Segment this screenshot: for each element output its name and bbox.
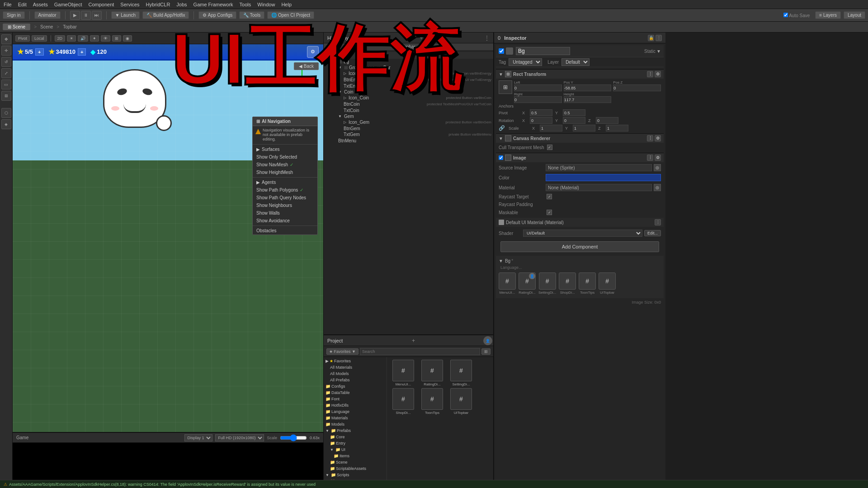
asset-settingdi[interactable]: # SettingDi... [448, 360, 475, 386]
gold-add-btn[interactable]: + [78, 48, 86, 56]
gem-item[interactable]: ▼ Gem [324, 113, 493, 119]
layers-button[interactable]: ≡ Layers [815, 11, 841, 19]
inspector-more-btn[interactable]: ⋮ [656, 35, 662, 41]
datatable-item[interactable]: 📁 DataTable [324, 389, 387, 396]
right-value-input[interactable] [514, 96, 562, 103]
image-settings-btn[interactable]: ⚙ [655, 155, 661, 161]
object-name-input[interactable] [516, 47, 570, 55]
layer-select[interactable]: Default [561, 58, 590, 66]
build-button[interactable]: 🔨 Build App/Hotfix [142, 11, 189, 19]
asset-uitopbar[interactable]: # UITopbar [448, 388, 475, 415]
project-tree[interactable]: ▶ ★ Favorites All Materials All Models A… [324, 357, 387, 485]
models-item[interactable]: 📁 Models [324, 421, 387, 427]
gizmo-toggle[interactable]: ◉ [123, 35, 132, 42]
scriptable-assets-item[interactable]: 📁 ScriptableAssets [324, 465, 387, 472]
pos-y-input[interactable] [564, 84, 612, 91]
anchor-icon-btn[interactable]: ⊞ [499, 80, 512, 94]
all-materials-item[interactable]: All Materials [324, 364, 387, 371]
btn-coin-item[interactable]: BtnCoin [324, 101, 425, 107]
maskable-checkbox[interactable]: ✓ [547, 210, 552, 215]
hierarchy-add-btn[interactable]: + [420, 35, 423, 41]
settings-gear-btn[interactable]: ⚙ [307, 46, 319, 58]
icon-energy-item[interactable]: ▷ Icon_Energy [324, 70, 440, 76]
custom-tool-2[interactable]: ◈ [1, 119, 11, 129]
scripts-item[interactable]: ▼ 📁 Scripts [324, 472, 387, 478]
material-more-btn[interactable]: ⋮ [655, 219, 661, 225]
asset-shopdi[interactable]: # ShopDi... [390, 388, 417, 415]
game-scale-slider[interactable] [280, 434, 307, 441]
lang-settingdi[interactable]: # SettingDi... [538, 272, 556, 295]
entry-item[interactable]: 📁 Entry [324, 440, 387, 446]
bg-hier-item[interactable]: ▼ ⊞ Bg [324, 59, 493, 65]
btn-gem-item[interactable]: BtnGem [324, 126, 493, 131]
nav-show-walls[interactable]: Show Walls [253, 209, 317, 217]
all-models-item[interactable]: All Models [324, 371, 387, 377]
menu-jobs[interactable]: Jobs [176, 2, 187, 7]
core-item[interactable]: 📁 Core [324, 434, 387, 440]
sign-in-button[interactable]: Sign in [3, 11, 25, 19]
nav-show-path-polygons[interactable]: Show Path Polygons ✓ [253, 186, 317, 194]
pivot-button[interactable]: Pivot [15, 35, 30, 42]
hp-add-btn[interactable]: + [35, 48, 43, 56]
step-button[interactable]: ⏭ [92, 11, 102, 20]
menu-services[interactable]: Services [120, 2, 139, 7]
custom-tool-1[interactable]: ⬡ [1, 108, 11, 118]
scale-tool[interactable]: ⤢ [1, 68, 11, 78]
add-component-button[interactable]: Add Component [500, 241, 659, 252]
image-more-btn[interactable]: ⋮ [647, 155, 653, 161]
scene-tab-btn[interactable]: ⊞ Scene [3, 23, 30, 30]
tag-select[interactable]: Untagged [509, 58, 542, 66]
project-search-input[interactable] [360, 348, 480, 355]
color-swatch[interactable] [546, 174, 661, 181]
rotate-tool[interactable]: ↺ [1, 57, 11, 67]
rot-y-input[interactable] [563, 117, 585, 124]
game-resolution-select[interactable]: Full HD (868x488) [215, 434, 264, 441]
scene-item[interactable]: 📁 Scene [324, 459, 387, 465]
icon-coin-item[interactable]: ▷ Icon_Coin [324, 95, 444, 101]
launch-button[interactable]: ▼ Launch [111, 11, 140, 19]
fx-toggle[interactable]: ✦ [90, 35, 99, 42]
menu-assets[interactable]: Assets [33, 2, 48, 7]
asset-menuui[interactable]: # MenuUI... [390, 360, 417, 386]
transform-tool[interactable]: ✥ [1, 34, 11, 44]
nav-show-heightmesh[interactable]: Show HeightMesh [253, 169, 317, 176]
scale-y-input[interactable] [573, 125, 595, 131]
rot-x-input[interactable] [530, 117, 552, 124]
btn-energy-item[interactable]: BtnEnergy [324, 77, 421, 83]
language-item[interactable]: 📁 Language [324, 408, 387, 415]
static-dropdown[interactable]: ▼ [656, 49, 661, 54]
active-checkbox[interactable] [499, 48, 504, 54]
filter-btn[interactable]: ⊞ [481, 348, 491, 355]
move-tool[interactable]: ✛ [1, 46, 11, 56]
nav-show-avoidance[interactable]: Show Avoidance [253, 217, 317, 225]
asset-toontips[interactable]: # ToonTips [419, 388, 446, 415]
group-resource-bar-item[interactable]: ▼ ⊞ Group_ResourceBar [324, 65, 493, 70]
tools-button[interactable]: 🔧 Tools [239, 11, 264, 19]
back-button[interactable]: ◀ Back [294, 62, 319, 70]
open-ci-button[interactable]: 🌐 Open CI Project [267, 11, 314, 19]
txt-gem-item[interactable]: TxtGem [324, 131, 447, 137]
prefabs-item[interactable]: ▼ 📁 Prefabs [324, 427, 387, 434]
nav-agents[interactable]: ▶ Agents [253, 178, 317, 186]
inspector-lock-btn[interactable]: 🔒 [648, 35, 654, 41]
rot-z-input[interactable] [596, 117, 618, 124]
topbar-root-hier[interactable]: ▼ ⊞ Topbar [324, 52, 493, 59]
pivot-y-input[interactable] [563, 109, 585, 116]
auto-save-checkbox[interactable] [783, 13, 788, 17]
menu-hybridclr[interactable]: HybridCLR [146, 2, 170, 7]
cr-settings-btn[interactable]: ⚙ [655, 135, 661, 141]
favorites-btn[interactable]: ★ Favorites ▼ [326, 348, 359, 355]
rect-tool[interactable]: ▭ [1, 80, 11, 89]
transform-all-tool[interactable]: ⊞ [1, 91, 11, 101]
pos-z-input[interactable] [613, 84, 661, 91]
material-select-btn[interactable]: ◎ [654, 184, 661, 191]
cull-checkbox[interactable]: ✓ [547, 145, 552, 150]
grid-toggle[interactable]: ⊞ [112, 35, 121, 42]
materials-item[interactable]: 📁 Materials [324, 415, 387, 421]
animator-button[interactable]: Animator [34, 11, 61, 19]
coin-item[interactable]: ▼ Coin [324, 89, 493, 95]
lang-ratingdi[interactable]: # 👤 RatingDi... [519, 272, 536, 295]
menu-help[interactable]: Help [281, 2, 292, 7]
lang-uitopbar[interactable]: # UITopbar [599, 272, 616, 295]
scale-x-input[interactable] [540, 125, 562, 131]
